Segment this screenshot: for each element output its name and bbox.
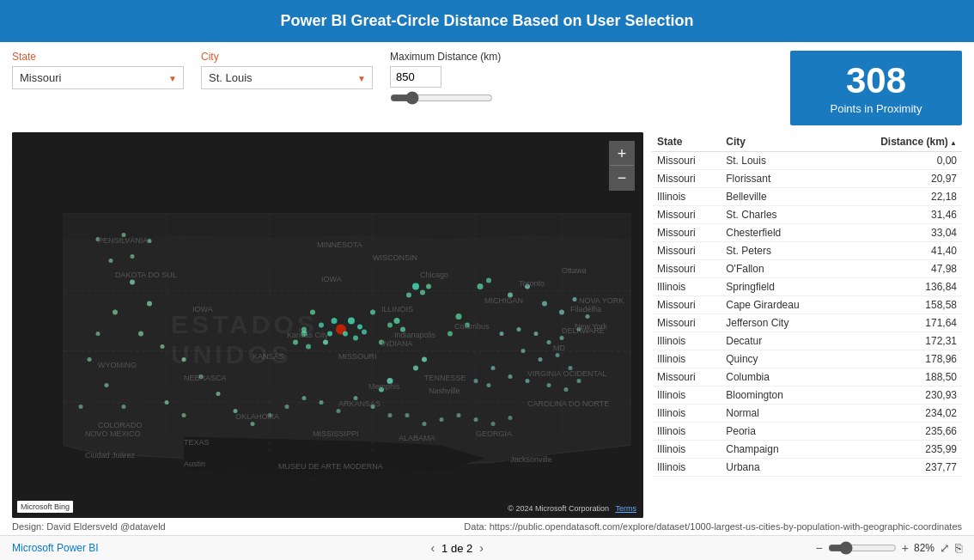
table-row[interactable]: IllinoisBelleville22,18 bbox=[652, 188, 962, 206]
city-select[interactable]: St. Louis bbox=[201, 66, 373, 89]
table-cell: 22,18 bbox=[839, 188, 962, 206]
power-bi-link[interactable]: Microsoft Power BI bbox=[12, 542, 99, 554]
fullscreen-button[interactable]: ⤢ bbox=[940, 541, 950, 555]
map-container[interactable]: WYOMING COLORADO NEBRASCA KANSAS DAKOTA … bbox=[12, 132, 643, 518]
table-cell: Illinois bbox=[652, 188, 721, 206]
table-row[interactable]: IllinoisBloomington230,93 bbox=[652, 387, 962, 405]
svg-point-11 bbox=[332, 318, 338, 324]
svg-text:Toronto: Toronto bbox=[519, 280, 545, 289]
col-distance[interactable]: Distance (km) bbox=[839, 132, 962, 152]
table-cell: 234,02 bbox=[839, 405, 962, 423]
export-button[interactable]: ⎘ bbox=[955, 541, 962, 555]
distance-slider-row bbox=[390, 91, 501, 105]
svg-point-68 bbox=[534, 332, 539, 336]
table-cell: Missouri bbox=[652, 224, 721, 242]
points-number: 308 bbox=[811, 61, 941, 100]
table-cell: Normal bbox=[721, 405, 839, 423]
table-row[interactable]: IllinoisNormal234,02 bbox=[652, 405, 962, 423]
svg-point-25 bbox=[412, 283, 419, 290]
map-zoom-out-button[interactable]: − bbox=[610, 166, 634, 190]
table-row[interactable]: MissouriColumbia188,50 bbox=[652, 368, 962, 387]
col-city[interactable]: City bbox=[721, 132, 839, 152]
table-row[interactable]: MissouriSt. Louis0,00 bbox=[652, 152, 962, 170]
table-row[interactable]: MissouriJefferson City171,64 bbox=[652, 314, 962, 332]
prev-page-button[interactable]: ‹ bbox=[430, 541, 435, 555]
table-row[interactable]: IllinoisUrbana237,77 bbox=[652, 459, 962, 477]
svg-point-93 bbox=[337, 409, 341, 413]
table-cell: 0,00 bbox=[839, 152, 962, 170]
table-cell: Illinois bbox=[652, 441, 721, 459]
zoom-in-button[interactable]: + bbox=[902, 541, 909, 555]
col-state[interactable]: State bbox=[652, 132, 721, 152]
svg-text:Chicago: Chicago bbox=[420, 271, 448, 280]
table-cell: Urbana bbox=[721, 459, 839, 477]
svg-text:MD: MD bbox=[553, 344, 565, 353]
svg-text:NOVA YORK: NOVA YORK bbox=[579, 297, 624, 306]
svg-text:OKLAHOMA: OKLAHOMA bbox=[235, 413, 279, 422]
table-cell: Decatur bbox=[721, 332, 839, 350]
zoom-percent: 82% bbox=[914, 542, 934, 554]
distance-input[interactable] bbox=[390, 66, 441, 88]
table-row[interactable]: IllinoisSpringfield136,84 bbox=[652, 278, 962, 296]
svg-text:Memphis: Memphis bbox=[368, 383, 400, 392]
map-zoom-in-button[interactable]: + bbox=[610, 142, 634, 166]
table-cell: St. Charles bbox=[721, 206, 839, 224]
data-table: State City Distance (km) MissouriSt. Lou… bbox=[652, 132, 962, 477]
footer-bar: Design: David Eldersveld @dataveld Data:… bbox=[0, 518, 974, 535]
zoom-slider[interactable] bbox=[828, 541, 897, 555]
state-select-wrapper[interactable]: Missouri bbox=[12, 66, 184, 89]
state-label: State bbox=[12, 51, 184, 63]
next-page-button[interactable]: › bbox=[479, 541, 484, 555]
table-cell: 41,40 bbox=[839, 242, 962, 260]
table-row[interactable]: IllinoisChampaign235,99 bbox=[652, 441, 962, 459]
points-label: Points in Proximity bbox=[811, 102, 941, 115]
distance-slider[interactable] bbox=[390, 91, 493, 105]
data-source: Data: https://public.opendatasoft.com/ex… bbox=[464, 521, 962, 532]
svg-point-43 bbox=[147, 301, 152, 307]
table-cell: Missouri bbox=[652, 368, 721, 387]
table-row[interactable]: MissouriO'Fallon47,98 bbox=[652, 260, 962, 278]
table-cell: St. Louis bbox=[721, 152, 839, 170]
table-cell: Illinois bbox=[652, 387, 721, 405]
svg-point-34 bbox=[478, 283, 484, 289]
svg-point-23 bbox=[387, 323, 393, 328]
city-select-wrapper[interactable]: St. Louis bbox=[201, 66, 373, 89]
zoom-out-button[interactable]: − bbox=[816, 541, 823, 555]
table-row[interactable]: IllinoisPeoria235,66 bbox=[652, 423, 962, 441]
page-current: 1 bbox=[441, 542, 447, 555]
table-cell: Illinois bbox=[652, 459, 721, 477]
page-of: de bbox=[451, 542, 466, 555]
map-svg: WYOMING COLORADO NEBRASCA KANSAS DAKOTA … bbox=[12, 132, 643, 518]
svg-text:Ottawa: Ottawa bbox=[562, 267, 587, 276]
svg-text:TEXAS: TEXAS bbox=[184, 439, 210, 447]
svg-text:NEBRASCA: NEBRASCA bbox=[184, 374, 227, 383]
distance-control: Maximum Distance (km) bbox=[390, 51, 501, 105]
svg-point-91 bbox=[491, 422, 496, 426]
svg-text:COLORADO: COLORADO bbox=[98, 422, 143, 430]
svg-text:MISSOURI: MISSOURI bbox=[338, 353, 377, 362]
table-row[interactable]: MissouriChesterfield33,04 bbox=[652, 224, 962, 242]
table-cell: Missouri bbox=[652, 242, 721, 260]
table-cell: Illinois bbox=[652, 405, 721, 423]
svg-point-101 bbox=[131, 254, 135, 259]
table-cell: 47,98 bbox=[839, 260, 962, 278]
svg-point-31 bbox=[456, 313, 462, 320]
table-row[interactable]: MissouriSt. Charles31,46 bbox=[652, 206, 962, 224]
svg-point-96 bbox=[285, 405, 289, 409]
map-terms-link[interactable]: Terms bbox=[616, 504, 637, 513]
table-row[interactable]: MissouriCape Girardeau158,58 bbox=[652, 296, 962, 314]
table-cell: Florissant bbox=[721, 170, 839, 188]
header-title: Power BI Great-Circle Distance Based on … bbox=[280, 12, 693, 29]
state-select[interactable]: Missouri bbox=[12, 66, 184, 89]
svg-text:Columbus: Columbus bbox=[454, 323, 490, 332]
table-cell: Illinois bbox=[652, 278, 721, 296]
table-cell: Jefferson City bbox=[721, 314, 839, 332]
table-row[interactable]: MissouriFlorissant20,97 bbox=[652, 170, 962, 188]
table-row[interactable]: IllinoisQuincy178,96 bbox=[652, 350, 962, 368]
svg-point-42 bbox=[130, 280, 135, 285]
table-row[interactable]: MissouriSt. Peters41,40 bbox=[652, 242, 962, 260]
table-cell: Belleville bbox=[721, 188, 839, 206]
table-row[interactable]: IllinoisDecatur172,31 bbox=[652, 332, 962, 350]
table-cell: Columbia bbox=[721, 368, 839, 387]
svg-text:Austin: Austin bbox=[184, 460, 205, 469]
